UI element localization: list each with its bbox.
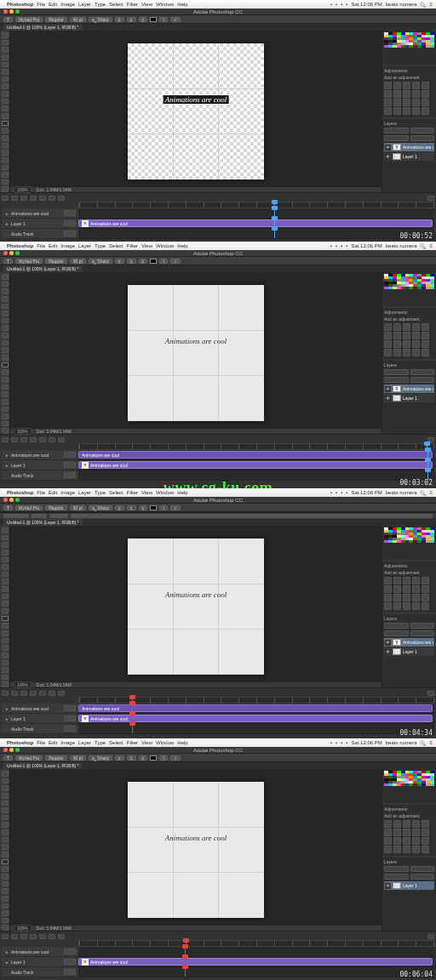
swatches-panel[interactable] [382,272,436,306]
text-color-swatch[interactable] [150,505,157,510]
fill-field[interactable] [410,874,435,880]
lock-row[interactable] [384,630,409,636]
adjust-icon[interactable] [412,90,420,98]
track-options[interactable] [64,220,76,226]
track-disclosure[interactable]: ▸ [4,949,9,954]
blend-mode[interactable] [384,369,409,375]
bt-icon[interactable]: • [330,740,332,745]
adjust-icon[interactable] [412,594,420,601]
adjust-icon[interactable] [403,846,410,853]
adjust-icon[interactable] [412,846,420,853]
menu-help[interactable]: Help [177,2,187,7]
warp-text-icon[interactable]: ⌇ [159,755,168,761]
lock-row[interactable] [384,874,409,880]
app-menu[interactable]: Photoshop [7,2,33,7]
menu-file[interactable]: File [37,490,45,495]
tl-first-frame[interactable] [2,934,9,939]
canvas-text[interactable]: Animations are cool [164,95,229,104]
tool-3[interactable] [2,550,9,556]
lock-row[interactable] [384,377,409,383]
track-options[interactable] [64,705,76,711]
menu-view[interactable]: View [141,243,152,248]
canvas-area[interactable]: Animations are cool 100% Doc: 1.04M/1.04… [10,769,382,931]
timeline-track[interactable]: TAnimations are cool [78,219,434,229]
menu-image[interactable]: Image [60,243,75,248]
font-family[interactable]: Myriad Pro [15,17,43,22]
user-menu[interactable]: beats nomera [386,243,417,248]
track-options[interactable] [64,452,76,458]
adjust-icon[interactable] [384,340,392,348]
layer-row-text[interactable]: 👁TAnimations are cool [384,143,434,151]
adjust-icon[interactable] [403,594,410,601]
tool-0[interactable] [2,32,9,38]
tool-20[interactable] [2,675,9,681]
user-menu[interactable]: beats nomera [386,2,417,7]
adjust-icon[interactable] [412,323,420,331]
menu-edit[interactable]: Edit [49,2,57,7]
tool-9[interactable] [2,594,9,600]
adjust-icon[interactable] [412,107,420,115]
clock[interactable]: Sat 12:06 PM [351,243,382,248]
tl-next-frame[interactable] [30,437,37,442]
vol-icon[interactable]: • [341,2,342,7]
tool-6[interactable] [2,572,9,578]
app-menu[interactable]: Photoshop [7,490,33,495]
adjust-icon[interactable] [393,90,401,98]
close-window-icon[interactable] [3,498,8,502]
tool-15[interactable] [2,385,9,390]
tool-0[interactable] [2,274,9,280]
adjust-icon[interactable] [393,332,401,339]
timeline-track[interactable]: TAnimations are cool [78,957,434,967]
adjust-icon[interactable] [412,829,420,836]
track-options[interactable] [64,231,76,236]
tool-13[interactable] [2,623,9,629]
tool-3[interactable] [2,793,9,799]
menu-type[interactable]: Type [95,243,106,248]
font-size[interactable]: 40 pt [70,755,86,761]
adjust-icon[interactable] [403,107,410,115]
adjust-icon[interactable] [422,349,429,356]
track-disclosure[interactable]: ▸ [4,706,9,711]
menu-layer[interactable]: Layer [78,243,91,248]
anti-alias[interactable]: aa Sharp [89,505,112,510]
adjust-icon[interactable] [384,90,392,98]
tool-8[interactable] [2,586,9,592]
timeline-track[interactable] [78,229,434,239]
align-center-icon[interactable]: ≡ [127,259,136,264]
adjust-icon[interactable] [403,332,410,339]
align-left-icon[interactable]: ≡ [115,505,124,510]
tool-16[interactable] [2,888,9,894]
tool-9[interactable] [2,837,9,843]
warp-text-icon[interactable]: ⌇ [159,505,168,510]
commit-icon[interactable]: ✓ [170,17,181,22]
visibility-icon[interactable]: 👁 [385,649,391,655]
timeline-ruler[interactable] [78,202,434,208]
align-left-icon[interactable]: ≡ [115,755,124,761]
adjust-icon[interactable] [422,837,429,845]
fill-field[interactable] [410,377,435,383]
zoom-window-icon[interactable] [15,748,20,752]
layer-row[interactable]: 👁Layer 1 [384,881,434,890]
opacity-field[interactable] [410,623,435,629]
tl-first-frame[interactable] [2,691,9,696]
tool-1[interactable] [2,282,9,288]
notification-center-icon[interactable]: ≡ [429,2,433,7]
tool-8[interactable] [2,829,9,835]
user-menu[interactable]: beats nomera [386,490,417,495]
tl-prev-frame[interactable] [11,437,18,442]
adjust-icon[interactable] [403,602,410,610]
vol-icon[interactable]: • [341,740,342,745]
adjust-icon[interactable] [403,349,410,356]
menu-image[interactable]: Image [60,490,75,495]
tool-7[interactable] [2,325,9,331]
tl-play[interactable] [20,437,27,442]
adjust-icon[interactable] [393,107,401,115]
layer-row[interactable]: 👁Layer 1 [384,152,434,161]
tool-0[interactable] [2,527,9,533]
tool-1[interactable] [2,535,9,541]
tool-2[interactable] [2,47,9,53]
tl-first-frame[interactable] [2,437,9,442]
tl-transition[interactable] [58,691,65,696]
tool-11[interactable] [2,608,9,614]
close-window-icon[interactable] [3,9,8,14]
